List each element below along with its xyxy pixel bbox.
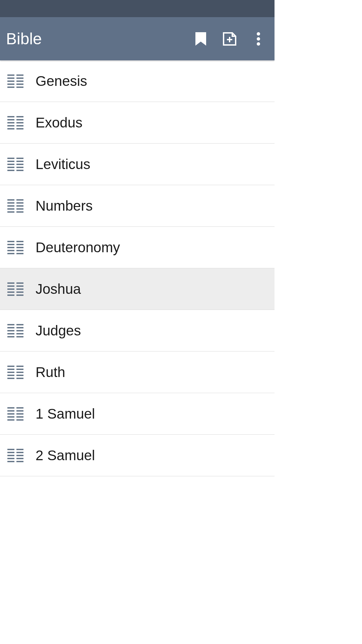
columns-icon (7, 449, 23, 462)
book-name: Joshua (36, 281, 81, 297)
app-bar-actions (193, 31, 268, 47)
list-item[interactable]: Leviticus (0, 144, 275, 185)
list-item[interactable]: 1 Samuel (0, 393, 275, 435)
list-item[interactable]: Genesis (0, 60, 275, 102)
book-name: 2 Samuel (36, 447, 95, 464)
new-note-icon[interactable] (222, 31, 238, 47)
more-icon[interactable] (250, 31, 266, 47)
columns-icon (7, 407, 23, 421)
list-item[interactable]: Joshua (0, 268, 275, 310)
status-bar (0, 0, 275, 17)
columns-icon (7, 282, 23, 296)
book-name: Deuteronomy (36, 239, 120, 256)
book-name: Genesis (36, 73, 87, 89)
list-item[interactable]: Deuteronomy (0, 227, 275, 268)
book-name: Numbers (36, 198, 93, 214)
book-name: Judges (36, 323, 81, 339)
columns-icon (7, 116, 23, 129)
bookmark-icon[interactable] (193, 31, 209, 47)
svg-point-0 (257, 32, 260, 36)
app-bar: Bible (0, 17, 275, 60)
columns-icon (7, 199, 23, 213)
book-name: 1 Samuel (36, 406, 95, 422)
app-title: Bible (6, 30, 193, 48)
list-item[interactable]: Numbers (0, 185, 275, 227)
list-item[interactable]: Judges (0, 310, 275, 352)
list-item[interactable]: Exodus (0, 102, 275, 144)
columns-icon (7, 74, 23, 88)
book-name: Exodus (36, 115, 82, 131)
book-name: Leviticus (36, 156, 90, 172)
book-name: Ruth (36, 364, 65, 380)
book-list: GenesisExodusLeviticusNumbersDeuteronomy… (0, 60, 275, 476)
svg-point-1 (257, 37, 260, 41)
columns-icon (7, 324, 23, 337)
svg-point-2 (257, 42, 260, 46)
list-item[interactable]: Ruth (0, 352, 275, 393)
columns-icon (7, 366, 23, 379)
columns-icon (7, 158, 23, 171)
columns-icon (7, 241, 23, 254)
list-item[interactable]: 2 Samuel (0, 435, 275, 476)
